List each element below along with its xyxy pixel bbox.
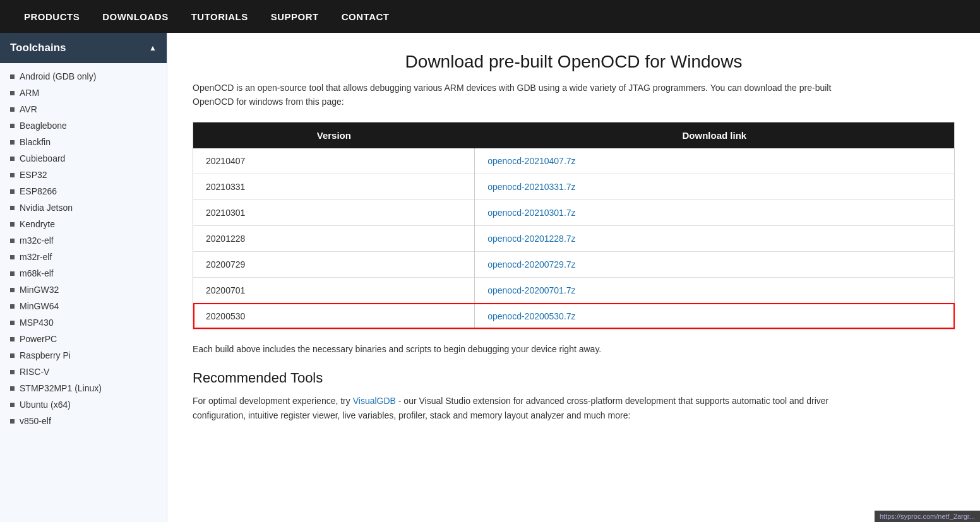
bullet-icon bbox=[10, 91, 15, 95]
sidebar-item[interactable]: Raspberry Pi bbox=[0, 347, 167, 364]
main-layout: Toolchains ▲ Android (GDB only)ARMAVRBea… bbox=[0, 33, 980, 522]
main-content: Download pre-built OpenOCD for Windows O… bbox=[167, 33, 980, 522]
sidebar-item-label: Nvidia Jetson bbox=[20, 203, 73, 213]
bullet-icon bbox=[10, 353, 15, 358]
sidebar-item[interactable]: ESP8266 bbox=[0, 183, 167, 199]
sidebar: Toolchains ▲ Android (GDB only)ARMAVRBea… bbox=[0, 33, 167, 522]
download-link[interactable]: openocd-20201228.7z bbox=[487, 234, 575, 244]
download-cell: openocd-20210331.7z bbox=[475, 174, 955, 199]
sidebar-item[interactable]: Ubuntu (x64) bbox=[0, 396, 167, 413]
nav-downloads[interactable]: DOWNLOADS bbox=[91, 11, 180, 22]
nav-support[interactable]: SUPPORT bbox=[260, 11, 330, 22]
bullet-icon bbox=[10, 321, 15, 325]
sidebar-item[interactable]: PowerPC bbox=[0, 331, 167, 347]
bullet-icon bbox=[10, 124, 15, 128]
sidebar-arrow: ▲ bbox=[149, 44, 157, 52]
sidebar-item[interactable]: Android (GDB only) bbox=[0, 68, 167, 85]
bullet-icon bbox=[10, 337, 15, 341]
download-cell: openocd-20210407.7z bbox=[475, 148, 955, 174]
bullet-icon bbox=[10, 419, 15, 424]
download-link[interactable]: openocd-20210407.7z bbox=[487, 156, 575, 166]
sidebar-item[interactable]: Beaglebone bbox=[0, 117, 167, 134]
visualgdb-link[interactable]: VisualGDB bbox=[353, 396, 396, 406]
sidebar-header[interactable]: Toolchains ▲ bbox=[0, 33, 167, 63]
download-link[interactable]: openocd-20200530.7z bbox=[487, 311, 575, 321]
top-navigation: PRODUCTS DOWNLOADS TUTORIALS SUPPORT CON… bbox=[0, 0, 980, 33]
download-cell: openocd-20210301.7z bbox=[475, 199, 955, 225]
table-row: 20210407openocd-20210407.7z bbox=[193, 148, 955, 174]
sidebar-item[interactable]: MSP430 bbox=[0, 314, 167, 331]
sidebar-list: Android (GDB only)ARMAVRBeagleboneBlackf… bbox=[0, 63, 167, 434]
bullet-icon bbox=[10, 189, 15, 194]
bullet-icon bbox=[10, 370, 15, 374]
sidebar-item[interactable]: Nvidia Jetson bbox=[0, 199, 167, 216]
sidebar-item-label: m32c-elf bbox=[20, 235, 54, 246]
sidebar-item[interactable]: RISC-V bbox=[0, 364, 167, 380]
download-link[interactable]: openocd-20200701.7z bbox=[487, 285, 575, 295]
table-row: 20210301openocd-20210301.7z bbox=[193, 199, 955, 225]
bullet-icon bbox=[10, 304, 15, 309]
sidebar-item-label: AVR bbox=[20, 104, 37, 114]
download-table: Version Download link 20210407openocd-20… bbox=[193, 122, 955, 329]
sidebar-item-label: m68k-elf bbox=[20, 268, 54, 278]
bullet-icon bbox=[10, 107, 15, 112]
sidebar-item[interactable]: Blackfin bbox=[0, 134, 167, 150]
bullet-icon bbox=[10, 239, 15, 243]
sidebar-item[interactable]: STMP32MP1 (Linux) bbox=[0, 380, 167, 396]
sidebar-item-label: v850-elf bbox=[20, 416, 51, 426]
sidebar-item[interactable]: MinGW32 bbox=[0, 282, 167, 298]
version-cell: 20210301 bbox=[193, 199, 475, 225]
table-row: 20200701openocd-20200701.7z bbox=[193, 277, 955, 303]
bullet-icon bbox=[10, 222, 15, 227]
nav-tutorials[interactable]: TUTORIALS bbox=[180, 11, 260, 22]
sidebar-item-label: STMP32MP1 (Linux) bbox=[20, 383, 102, 393]
sidebar-item-label: PowerPC bbox=[20, 334, 57, 344]
table-row: 20201228openocd-20201228.7z bbox=[193, 225, 955, 251]
download-link[interactable]: openocd-20200729.7z bbox=[487, 259, 575, 270]
download-link[interactable]: openocd-20210331.7z bbox=[487, 182, 575, 192]
download-cell: openocd-20200530.7z bbox=[475, 303, 955, 329]
table-row: 20200530openocd-20200530.7z bbox=[193, 303, 955, 329]
sidebar-item[interactable]: ARM bbox=[0, 85, 167, 101]
sidebar-item[interactable]: AVR bbox=[0, 101, 167, 117]
nav-contact[interactable]: CONTACT bbox=[330, 11, 401, 22]
download-cell: openocd-20200701.7z bbox=[475, 277, 955, 303]
bullet-icon bbox=[10, 255, 15, 259]
version-cell: 20210407 bbox=[193, 148, 475, 174]
sidebar-item[interactable]: m32c-elf bbox=[0, 232, 167, 249]
download-link[interactable]: openocd-20210301.7z bbox=[487, 208, 575, 218]
sidebar-item-label: Blackfin bbox=[20, 137, 51, 147]
bullet-icon bbox=[10, 386, 15, 391]
page-title: Download pre-built OpenOCD for Windows bbox=[193, 52, 955, 72]
page-description: OpenOCD is an open-source tool that allo… bbox=[193, 81, 856, 109]
sidebar-item[interactable]: v850-elf bbox=[0, 413, 167, 429]
sidebar-item-label: Ubuntu (x64) bbox=[20, 400, 71, 410]
sidebar-item-label: Raspberry Pi bbox=[20, 350, 71, 360]
sidebar-item-label: Android (GDB only) bbox=[20, 71, 96, 81]
sidebar-item[interactable]: Cubieboard bbox=[0, 150, 167, 167]
table-note: Each build above includes the necessary … bbox=[193, 342, 955, 356]
sidebar-item[interactable]: Kendryte bbox=[0, 216, 167, 232]
recommended-title: Recommended Tools bbox=[193, 370, 955, 386]
sidebar-item[interactable]: MinGW64 bbox=[0, 298, 167, 314]
status-bar: https://syproc.com/netf_2argr... bbox=[875, 511, 980, 522]
recommended-text-1: For optimal development experience, try bbox=[193, 396, 353, 406]
bullet-icon bbox=[10, 271, 15, 276]
recommended-body: For optimal development experience, try … bbox=[193, 394, 856, 422]
sidebar-item[interactable]: ESP32 bbox=[0, 167, 167, 183]
version-cell: 20201228 bbox=[193, 225, 475, 251]
bullet-icon bbox=[10, 140, 15, 145]
status-url: https://syproc.com/netf_2argr... bbox=[880, 513, 975, 520]
bullet-icon bbox=[10, 74, 15, 79]
nav-products[interactable]: PRODUCTS bbox=[13, 11, 91, 22]
sidebar-item-label: Kendryte bbox=[20, 219, 55, 229]
sidebar-item-label: ESP8266 bbox=[20, 186, 57, 196]
sidebar-item[interactable]: m68k-elf bbox=[0, 265, 167, 282]
download-cell: openocd-20201228.7z bbox=[475, 225, 955, 251]
sidebar-item[interactable]: m32r-elf bbox=[0, 249, 167, 265]
version-cell: 20200729 bbox=[193, 251, 475, 277]
download-cell: openocd-20200729.7z bbox=[475, 251, 955, 277]
sidebar-item-label: RISC-V bbox=[20, 367, 49, 377]
bullet-icon bbox=[10, 288, 15, 292]
sidebar-item-label: Cubieboard bbox=[20, 153, 65, 163]
